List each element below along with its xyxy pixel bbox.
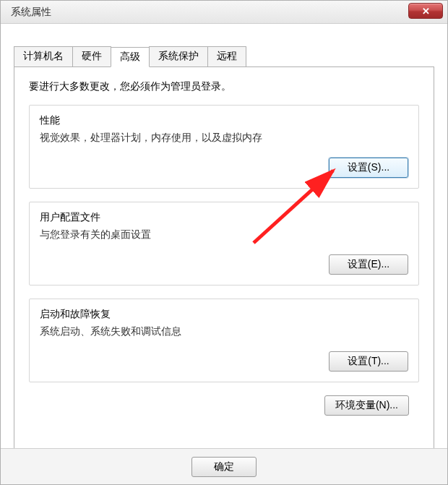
startup-recovery-group: 启动和故障恢复 系统启动、系统失败和调试信息 设置(T)... (29, 299, 419, 382)
tab-strip: 计算机名 硬件 高级 系统保护 远程 (14, 46, 434, 66)
performance-title: 性能 (40, 114, 408, 127)
close-button[interactable]: ✕ (408, 3, 443, 19)
window-title: 系统属性 (11, 6, 51, 19)
startup-desc: 系统启动、系统失败和调试信息 (40, 325, 408, 338)
close-icon: ✕ (422, 6, 430, 17)
tab-remote[interactable]: 远程 (207, 46, 246, 66)
tab-label: 高级 (120, 51, 140, 62)
advanced-tab-panel: 要进行大多数更改，您必须作为管理员登录。 性能 视觉效果，处理器计划，内存使用，… (14, 66, 434, 450)
user-profiles-title: 用户配置文件 (40, 211, 408, 224)
tab-label: 计算机名 (23, 50, 64, 61)
tab-advanced[interactable]: 高级 (111, 47, 150, 67)
environment-variables-button[interactable]: 环境变量(N)... (324, 395, 409, 416)
ok-button[interactable]: 确定 (191, 457, 257, 477)
user-profiles-group: 用户配置文件 与您登录有关的桌面设置 设置(E)... (29, 202, 419, 286)
titlebar: 系统属性 ✕ (1, 1, 447, 24)
tab-label: 远程 (217, 50, 237, 61)
system-properties-window: 系统属性 ✕ 计算机名 硬件 高级 系统保护 远程 要进行大多数更改，您必须作为… (0, 0, 448, 485)
performance-settings-button[interactable]: 设置(S)... (329, 158, 408, 178)
admin-notice: 要进行大多数更改，您必须作为管理员登录。 (29, 80, 419, 93)
tab-label: 硬件 (82, 50, 102, 61)
client-area: 计算机名 硬件 高级 系统保护 远程 要进行大多数更改，您必须作为管理员登录。 … (1, 40, 447, 484)
user-profiles-settings-button[interactable]: 设置(E)... (329, 254, 408, 275)
tab-system-protection[interactable]: 系统保护 (149, 46, 208, 66)
tab-hardware[interactable]: 硬件 (72, 46, 111, 66)
tab-computer-name[interactable]: 计算机名 (14, 46, 73, 66)
tab-label: 系统保护 (158, 50, 199, 61)
performance-desc: 视觉效果，处理器计划，内存使用，以及虚拟内存 (40, 132, 408, 145)
user-profiles-desc: 与您登录有关的桌面设置 (40, 228, 408, 241)
env-vars-row: 环境变量(N)... (29, 395, 419, 416)
startup-title: 启动和故障恢复 (40, 308, 408, 321)
performance-group: 性能 视觉效果，处理器计划，内存使用，以及虚拟内存 设置(S)... (29, 105, 419, 189)
dialog-footer: 确定 (1, 448, 447, 484)
startup-settings-button[interactable]: 设置(T)... (329, 351, 408, 372)
